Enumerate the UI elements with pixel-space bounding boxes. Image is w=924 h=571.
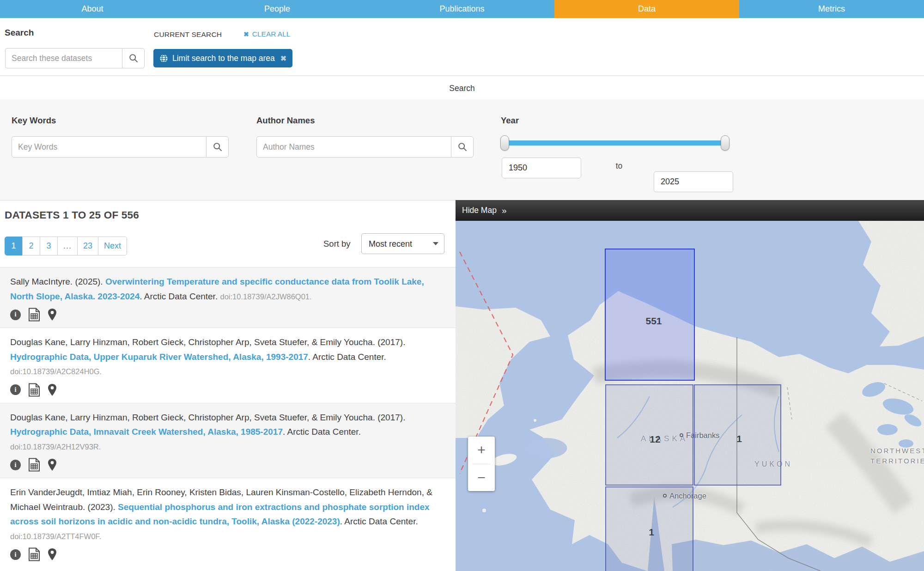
keywords-search-button[interactable] bbox=[206, 136, 229, 158]
map-overlay-rect-551[interactable] bbox=[605, 249, 695, 381]
clear-all-link[interactable]: ✖ CLEAR ALL bbox=[243, 30, 290, 38]
next-page-button[interactable]: Next bbox=[98, 237, 127, 255]
results-list: Sally MacIntyre. (2025). Overwintering T… bbox=[0, 267, 456, 567]
data-file-icon[interactable] bbox=[28, 308, 40, 322]
info-icon[interactable]: i bbox=[10, 384, 21, 395]
current-search-label: CURRENT SEARCH bbox=[154, 30, 222, 39]
clear-all-text: CLEAR ALL bbox=[252, 30, 291, 38]
info-icon[interactable]: i bbox=[10, 549, 21, 560]
dataset-actions: i bbox=[10, 383, 435, 397]
year-slider-handle-min[interactable] bbox=[500, 135, 509, 151]
overlay-count-12: 12 bbox=[650, 434, 660, 445]
dataset-row: Douglas Kane, Larry Hinzman, Robert Giec… bbox=[0, 403, 456, 478]
dataset-search-group bbox=[5, 48, 145, 68]
info-icon[interactable]: i bbox=[10, 460, 21, 470]
map-zoom-control: + − bbox=[468, 437, 495, 491]
dataset-row: Douglas Kane, Larry Hinzman, Robert Giec… bbox=[0, 328, 456, 403]
authors-group bbox=[256, 136, 474, 158]
data-file-icon[interactable] bbox=[28, 383, 40, 397]
page-3-button[interactable]: 3 bbox=[40, 237, 58, 255]
location-pin-icon[interactable] bbox=[48, 308, 57, 321]
year-range-slider[interactable] bbox=[502, 140, 728, 146]
dataset-authors: Douglas Kane, Larry Hinzman, Robert Giec… bbox=[10, 413, 405, 422]
clear-all-x-icon: ✖ bbox=[243, 30, 249, 38]
authors-search-button[interactable] bbox=[451, 136, 474, 158]
tab-publications[interactable]: Publications bbox=[370, 0, 554, 18]
keywords-group bbox=[12, 136, 229, 158]
map-canvas[interactable]: ALASKA YUKON NORTHWEST TERRITORIES Fairb… bbox=[456, 221, 924, 571]
sort-by-label: Sort by bbox=[323, 239, 351, 249]
nwt-line-2: TERRITORIES bbox=[870, 456, 922, 466]
dataset-actions: i bbox=[10, 458, 435, 472]
tab-metrics[interactable]: Metrics bbox=[739, 0, 924, 18]
zoom-in-button[interactable]: + bbox=[468, 437, 495, 464]
search-icon bbox=[129, 54, 138, 63]
hide-map-button[interactable]: Hide Map » bbox=[456, 200, 924, 221]
search-heading: Search bbox=[5, 28, 34, 38]
location-pin-icon[interactable] bbox=[48, 383, 57, 396]
dataset-title-link[interactable]: Hydrographic Data, Imnavait Creek Waters… bbox=[10, 427, 283, 437]
dataset-doi: doi:10.18739/A2C824H0G. bbox=[10, 367, 102, 376]
overlay-count-551: 551 bbox=[645, 316, 662, 327]
filters-panel-title: Search bbox=[0, 84, 924, 93]
data-file-icon[interactable] bbox=[28, 547, 40, 561]
keywords-label: Key Words bbox=[12, 115, 56, 126]
dataset-search-button[interactable] bbox=[122, 48, 145, 68]
tab-about[interactable]: About bbox=[0, 0, 185, 18]
page: About People Publications Data Metrics S… bbox=[0, 0, 924, 571]
tab-people[interactable]: People bbox=[185, 0, 370, 18]
map-area-filter-chip[interactable]: Limit search to the map area ✖ bbox=[153, 49, 292, 67]
keywords-input[interactable] bbox=[12, 136, 206, 158]
overlay-count-1-east: 1 bbox=[736, 433, 742, 444]
page-23-button[interactable]: 23 bbox=[77, 237, 98, 255]
dataset-authors: Douglas Kane, Larry Hinzman, Robert Giec… bbox=[10, 337, 405, 347]
dataset-publisher: . Arctic Data Center. bbox=[308, 352, 386, 362]
chip-label: Limit search to the map area bbox=[172, 54, 275, 63]
dataset-authors: Sally MacIntyre. (2025). bbox=[10, 277, 105, 286]
page-1-button[interactable]: 1 bbox=[5, 237, 23, 255]
dataset-search-input[interactable] bbox=[5, 48, 122, 68]
pagination: 1 2 3 ... 23 Next bbox=[5, 237, 127, 255]
location-pin-icon[interactable] bbox=[48, 458, 57, 471]
globe-icon bbox=[159, 54, 168, 63]
overlay-count-1-south: 1 bbox=[649, 527, 654, 538]
authors-label: Author Names bbox=[256, 115, 315, 126]
location-pin-icon[interactable] bbox=[48, 548, 57, 561]
data-file-icon[interactable] bbox=[28, 458, 40, 472]
zoom-out-button[interactable]: − bbox=[468, 464, 495, 492]
year-from-input[interactable] bbox=[502, 158, 581, 178]
header-divider bbox=[0, 75, 924, 76]
dataset-doi: doi:10.18739/A2JW86Q01. bbox=[220, 292, 311, 301]
info-icon[interactable]: i bbox=[10, 310, 21, 320]
year-to-word: to bbox=[605, 161, 633, 171]
dataset-doi: doi:10.18739/A2H12V93R. bbox=[10, 443, 101, 451]
results-count-header: DATASETS 1 TO 25 OF 556 bbox=[5, 209, 139, 221]
sort-select-wrap: Most recent bbox=[361, 233, 444, 254]
page-2-button[interactable]: 2 bbox=[22, 237, 40, 255]
top-navigation: About People Publications Data Metrics bbox=[0, 0, 924, 18]
search-icon bbox=[458, 142, 467, 152]
page-gap-ellipsis: ... bbox=[57, 237, 78, 255]
results-top-divider bbox=[0, 200, 456, 200]
nwt-line-1: NORTHWEST bbox=[870, 446, 922, 456]
dataset-publisher: . Arctic Data Center. bbox=[340, 516, 418, 526]
year-label: Year bbox=[501, 115, 519, 126]
year-slider-handle-max[interactable] bbox=[721, 135, 729, 151]
double-chevron-right-icon: » bbox=[502, 206, 507, 216]
search-icon bbox=[213, 142, 222, 152]
sort-select[interactable]: Most recent bbox=[361, 233, 444, 254]
dataset-title-link[interactable]: Hydrographic Data, Upper Kuparuk River W… bbox=[10, 352, 308, 362]
dataset-publisher: . Arctic Data Center. bbox=[283, 427, 361, 437]
year-to-input[interactable] bbox=[654, 171, 733, 192]
chip-remove-icon[interactable]: ✖ bbox=[280, 54, 286, 63]
hide-map-label: Hide Map bbox=[462, 206, 497, 215]
map-label-northwest-territories: NORTHWEST TERRITORIES bbox=[870, 446, 922, 466]
dataset-doi: doi:10.18739/A2TT4FW0F. bbox=[10, 532, 101, 541]
dataset-row: Sally MacIntyre. (2025). Overwintering T… bbox=[0, 267, 456, 328]
dataset-row: Erin VanderJeugdt, Imtiaz Miah, Erin Roo… bbox=[0, 478, 456, 567]
dataset-publisher: . Arctic Data Center. bbox=[140, 292, 220, 301]
map-panel: Hide Map » bbox=[456, 200, 924, 571]
tab-data[interactable]: Data bbox=[554, 0, 739, 18]
dataset-actions: i bbox=[10, 308, 435, 322]
authors-input[interactable] bbox=[256, 136, 451, 158]
